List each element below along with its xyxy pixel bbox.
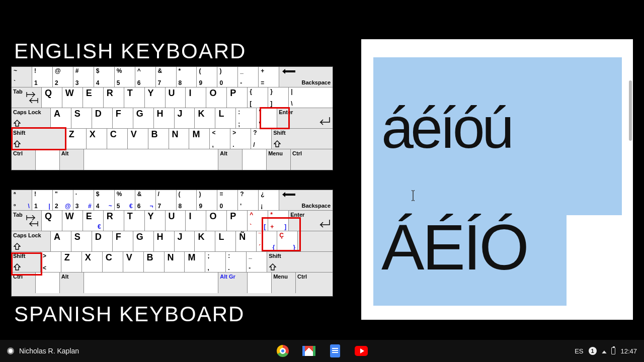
key-en-Z[interactable]: Z bbox=[66, 129, 87, 149]
key-en-U[interactable]: U bbox=[166, 87, 186, 108]
key-es-T[interactable]: T bbox=[124, 211, 145, 231]
key-en-R[interactable]: R bbox=[104, 87, 124, 108]
key-en-8[interactable]: *8 bbox=[177, 67, 197, 87]
key-ctrl-right[interactable]: Ctrl bbox=[291, 149, 333, 170]
key-es-P[interactable]: P bbox=[227, 211, 248, 231]
key-en-P[interactable]: P bbox=[227, 87, 248, 108]
key-es-3[interactable]: ·3# bbox=[73, 190, 94, 210]
key-en-N[interactable]: N bbox=[169, 129, 190, 149]
key-es-D[interactable]: D bbox=[92, 231, 113, 251]
key-es-'[interactable]: ?' bbox=[238, 190, 259, 210]
chrome-icon[interactable] bbox=[276, 344, 289, 357]
key-es-X[interactable]: X bbox=[82, 252, 103, 272]
key-es-5[interactable]: %5€ bbox=[115, 190, 135, 210]
key-en-D[interactable]: D bbox=[92, 108, 113, 128]
key-alt-left[interactable]: Alt bbox=[60, 149, 84, 170]
key-es-Q[interactable]: Q bbox=[42, 211, 62, 231]
key-es-G[interactable]: G bbox=[133, 231, 154, 251]
key-es-K[interactable]: K bbox=[195, 231, 215, 251]
scrollbar-thumb[interactable] bbox=[629, 80, 632, 141]
key-en-1[interactable]: !1 bbox=[32, 67, 53, 87]
key-en-C[interactable]: C bbox=[107, 129, 128, 149]
key-es-V[interactable]: V bbox=[123, 252, 144, 272]
key-es-angle[interactable]: >< bbox=[41, 252, 61, 272]
key-es-S[interactable]: S bbox=[71, 231, 92, 251]
key-en-][interactable]: }] bbox=[268, 87, 289, 108]
key-space[interactable] bbox=[84, 273, 219, 293]
key-en-G[interactable]: G bbox=[133, 108, 154, 128]
key-altgr[interactable]: Alt Gr bbox=[218, 273, 248, 293]
key-ctrl-right[interactable]: Ctrl bbox=[296, 273, 333, 293]
key-es-2[interactable]: "2@ bbox=[53, 190, 73, 210]
key-es-9[interactable]: )9 bbox=[197, 190, 217, 210]
key-alt-right[interactable]: Alt bbox=[218, 149, 243, 170]
key-en-T[interactable]: T bbox=[124, 87, 145, 108]
notification-count[interactable]: 1 bbox=[589, 347, 597, 355]
key-es-0[interactable]: =0 bbox=[217, 190, 238, 210]
key-capslock[interactable]: Caps Lock bbox=[12, 231, 51, 251]
key-es-M[interactable]: M bbox=[185, 252, 205, 272]
key-en-Y[interactable]: Y bbox=[145, 87, 166, 108]
key-en-[[interactable]: {[ bbox=[248, 87, 268, 108]
key-es-U[interactable]: U bbox=[166, 211, 186, 231]
key-shift-left[interactable]: Shift bbox=[12, 252, 41, 272]
key-en-.[interactable]: >. bbox=[230, 129, 251, 149]
key-en-5[interactable]: %5 bbox=[115, 67, 135, 87]
key-es-Ç[interactable]: Ç} bbox=[277, 231, 298, 251]
key-ctrl-left[interactable]: Ctrl bbox=[12, 149, 36, 170]
key-en--[interactable]: _- bbox=[238, 67, 259, 87]
key-es-.[interactable]: :. bbox=[226, 252, 247, 272]
key-es-L[interactable]: L bbox=[215, 231, 236, 251]
shelf-clock[interactable]: 12:47 bbox=[620, 347, 637, 355]
key-es-6[interactable]: &6¬ bbox=[135, 190, 156, 210]
key-enter-ext[interactable] bbox=[298, 231, 333, 251]
key-en-6[interactable]: ^6 bbox=[135, 67, 156, 87]
key-space[interactable] bbox=[84, 149, 219, 170]
key-en-E[interactable]: E bbox=[83, 87, 104, 108]
key-es-7[interactable]: /7 bbox=[156, 190, 177, 210]
key-es-W[interactable]: W bbox=[62, 211, 83, 231]
key-backspace[interactable]: Backspace bbox=[279, 190, 333, 210]
key-en-M[interactable]: M bbox=[189, 129, 210, 149]
key-es-F[interactable]: F bbox=[113, 231, 133, 251]
key-menu[interactable]: Menu bbox=[272, 273, 296, 293]
youtube-icon[interactable] bbox=[355, 344, 368, 357]
key-en-X[interactable]: X bbox=[87, 129, 107, 149]
key-en-B[interactable]: B bbox=[148, 129, 169, 149]
key-es-B[interactable]: B bbox=[144, 252, 165, 272]
key-ctrl-left[interactable]: Ctrl bbox=[12, 273, 36, 293]
key-es-¡[interactable]: ¿¡ bbox=[259, 190, 279, 210]
key-es-+[interactable]: *+] bbox=[268, 211, 289, 231]
key-es-º[interactable]: ªº\ bbox=[12, 190, 32, 210]
key-es-`[interactable]: ^`[ bbox=[248, 211, 268, 231]
key-es-1[interactable]: !1| bbox=[32, 190, 53, 210]
docs-icon[interactable] bbox=[329, 344, 342, 357]
key-enter[interactable]: Enter bbox=[277, 108, 333, 128]
key-enter[interactable]: Enter bbox=[289, 211, 333, 231]
key-es--[interactable]: _- bbox=[247, 252, 267, 272]
key-es-I[interactable]: I bbox=[186, 211, 206, 231]
key-es-R[interactable]: R bbox=[104, 211, 124, 231]
key-es-4[interactable]: $4~ bbox=[94, 190, 115, 210]
key-en-9[interactable]: (9 bbox=[197, 67, 217, 87]
key-en-;[interactable]: :; bbox=[236, 108, 257, 128]
key-en-4[interactable]: $4 bbox=[94, 67, 115, 87]
key-en-3[interactable]: #3 bbox=[73, 67, 94, 87]
key-os-left[interactable] bbox=[36, 273, 60, 293]
key-en-F[interactable]: F bbox=[113, 108, 133, 128]
shelf-user-name[interactable]: Nicholas R. Kaplan bbox=[19, 347, 79, 355]
shelf-status-tray[interactable]: ES 1 12:47 bbox=[575, 347, 637, 355]
key-en-L[interactable]: L bbox=[215, 108, 236, 128]
key-es-A[interactable]: A bbox=[51, 231, 71, 251]
key-es-E[interactable]: E€ bbox=[83, 211, 104, 231]
key-en-=[interactable]: += bbox=[259, 67, 279, 87]
key-en-S[interactable]: S bbox=[71, 108, 92, 128]
key-es-8[interactable]: (8 bbox=[177, 190, 197, 210]
key-en-0[interactable]: )0 bbox=[217, 67, 238, 87]
key-en-W[interactable]: W bbox=[62, 87, 83, 108]
key-en-A[interactable]: A bbox=[51, 108, 71, 128]
key-es-,[interactable]: ;, bbox=[205, 252, 226, 272]
key-es-C[interactable]: C bbox=[103, 252, 123, 272]
key-es-O[interactable]: O bbox=[206, 211, 227, 231]
key-os-right[interactable] bbox=[243, 149, 267, 170]
